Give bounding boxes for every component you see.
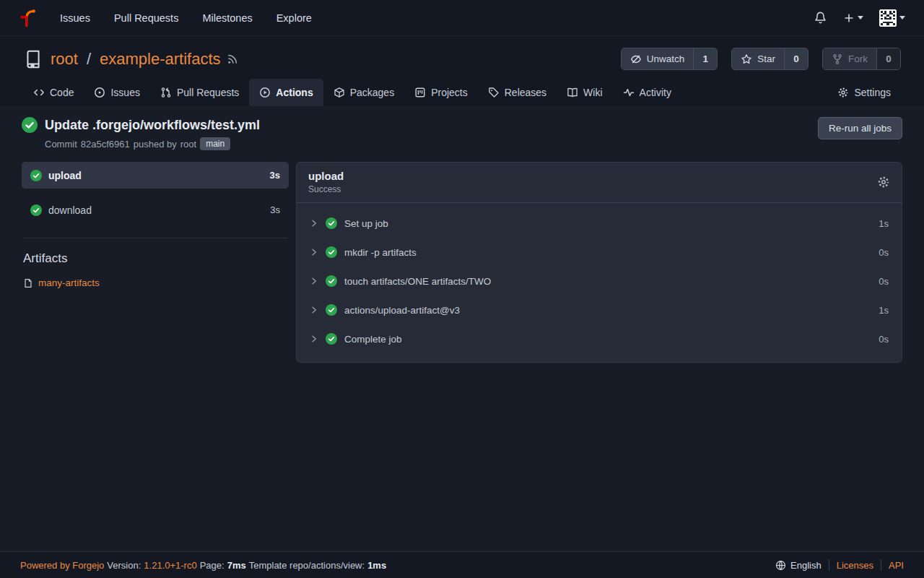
job-item-upload[interactable]: upload 3s [22, 162, 289, 189]
stars-count[interactable]: 0 [784, 48, 808, 69]
tab-wiki[interactable]: Wiki [557, 79, 612, 106]
tab-pull-requests[interactable]: Pull Requests [150, 79, 249, 106]
repo-breadcrumb: root / example-artifacts [51, 50, 221, 69]
nav-milestones[interactable]: Milestones [202, 12, 252, 24]
pulse-icon [623, 87, 635, 98]
package-icon [334, 87, 345, 98]
step-duration: 0s [879, 334, 889, 345]
tab-label: Releases [505, 87, 546, 98]
tab-issues[interactable]: Issues [84, 79, 149, 106]
step-row-upload-artifact-action[interactable]: actions/upload-artifact@v3 1s [297, 296, 902, 324]
divider [881, 559, 881, 571]
tab-settings[interactable]: Settings [827, 79, 901, 106]
step-name: actions/upload-artifact@v3 [344, 305, 460, 316]
step-row-setup-job[interactable]: Set up job 1s [297, 209, 902, 238]
nav-pull-requests[interactable]: Pull Requests [114, 12, 178, 24]
tab-label: Activity [640, 87, 671, 98]
chevron-right-icon [310, 335, 318, 343]
tab-code[interactable]: Code [23, 79, 84, 106]
tab-actions[interactable]: Actions [249, 79, 323, 106]
step-duration: 0s [879, 247, 889, 258]
nav-issues[interactable]: Issues [60, 12, 90, 24]
branch-badge[interactable]: main [200, 137, 230, 150]
chevron-down-icon [899, 16, 905, 20]
rerun-all-jobs-button[interactable]: Re-run all jobs [818, 117, 902, 139]
create-new-dropdown[interactable] [843, 12, 863, 24]
step-duration: 1s [879, 218, 889, 229]
notifications-bell-icon[interactable] [814, 11, 827, 25]
powered-by-link[interactable]: Powered by Forgejo [20, 560, 104, 571]
success-check-icon [326, 333, 337, 345]
actions-run-view: Update .forgejo/workflows/test.yml Commi… [0, 106, 924, 551]
globe-icon [775, 560, 786, 571]
play-circle-icon [259, 87, 271, 98]
forks-count[interactable]: 0 [876, 48, 900, 69]
page-footer: Powered by Forgejo Version: 1.21.0+1-rc0… [0, 551, 924, 578]
success-check-icon [326, 246, 337, 258]
language-label: English [790, 560, 821, 571]
language-selector[interactable]: English [775, 560, 821, 571]
job-detail-header: upload Success [297, 163, 902, 203]
plus-icon [843, 12, 855, 24]
fork-icon [832, 53, 843, 65]
step-row-mkdir[interactable]: mkdir -p artifacts 0s [297, 238, 902, 267]
tab-projects[interactable]: Projects [404, 79, 478, 106]
tab-packages[interactable]: Packages [323, 79, 404, 106]
job-detail-name: upload [308, 170, 344, 182]
licenses-link[interactable]: Licenses [837, 560, 873, 571]
run-title: Update .forgejo/workflows/test.yml [45, 118, 260, 133]
template-time-value: 1ms [367, 560, 386, 571]
job-detail-panel: upload Success Set up job 1s mkdir -p [296, 162, 902, 363]
step-duration: 1s [879, 305, 889, 316]
commit-label: Commit [45, 139, 77, 150]
book-icon [567, 87, 578, 98]
job-name: download [48, 204, 92, 216]
nav-explore[interactable]: Explore [276, 12, 312, 24]
job-item-download[interactable]: download 3s [22, 197, 289, 223]
job-options-gear-icon[interactable] [877, 176, 890, 189]
git-pull-request-icon [160, 87, 172, 98]
success-check-icon [22, 117, 38, 133]
project-board-icon [414, 87, 426, 98]
unwatch-button[interactable]: Unwatch [622, 48, 694, 69]
chevron-right-icon [310, 277, 318, 285]
user-menu-dropdown[interactable] [879, 9, 905, 27]
star-icon [741, 53, 752, 65]
chevron-right-icon [310, 306, 318, 314]
job-duration: 3s [270, 170, 280, 181]
jobs-sidebar: upload 3s download 3s Artifacts many-art… [22, 162, 289, 288]
version-link[interactable]: 1.21.0+1-rc0 [144, 560, 196, 571]
chevron-down-icon [858, 16, 863, 20]
step-row-touch-artifacts[interactable]: touch artifacts/ONE artifacts/TWO 0s [297, 267, 902, 296]
code-icon [33, 87, 45, 98]
api-link[interactable]: API [889, 560, 904, 571]
tab-label: Issues [110, 87, 139, 98]
rss-icon[interactable] [227, 53, 238, 65]
breadcrumb-separator: / [87, 50, 91, 69]
repo-name-link[interactable]: example-artifacts [100, 50, 221, 69]
step-duration: 0s [879, 276, 889, 287]
settings-gear-icon [837, 87, 849, 98]
step-row-complete-job[interactable]: Complete job 0s [297, 324, 902, 353]
divider [829, 559, 829, 571]
tab-releases[interactable]: Releases [478, 79, 557, 106]
step-name: Complete job [344, 334, 402, 345]
repo-tabs: Code Issues Pull Requests Actions Packag… [23, 79, 901, 106]
forgejo-logo-icon[interactable] [19, 8, 38, 27]
fork-button[interactable]: Fork [823, 48, 876, 69]
issue-circle-dot-icon [94, 87, 105, 98]
commit-sha-link[interactable]: 82a5cf6961 [81, 139, 130, 150]
step-name: touch artifacts/ONE artifacts/TWO [344, 276, 491, 287]
pusher-link[interactable]: root [180, 139, 196, 150]
star-button[interactable]: Star [732, 48, 784, 69]
unwatch-label: Unwatch [647, 53, 685, 64]
watchers-count[interactable]: 1 [693, 48, 717, 69]
tag-icon [488, 87, 500, 98]
artifact-download-link[interactable]: many-artifacts [38, 277, 100, 288]
tab-activity[interactable]: Activity [613, 79, 681, 106]
page-time-label: Page: [200, 560, 225, 571]
template-time-label: Template repo/actions/view: [249, 560, 365, 571]
version-label: Version: [107, 560, 141, 571]
fork-button-group: Fork 0 [822, 48, 901, 70]
repo-owner-link[interactable]: root [51, 50, 78, 69]
